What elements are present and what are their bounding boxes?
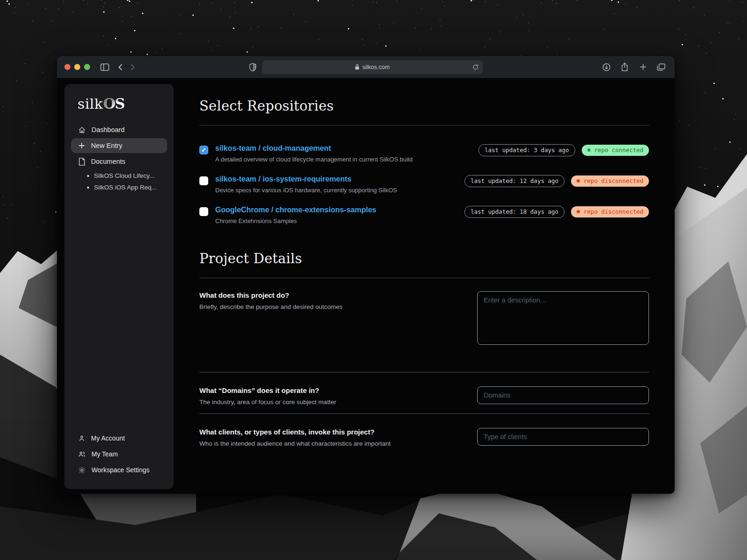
divider	[199, 125, 649, 126]
browser-toolbar: silkos.com	[57, 56, 675, 78]
question-row: What “Domains” does it operate in? The i…	[199, 372, 649, 414]
main-content: Select Repositories silkos-team / cloud-…	[199, 78, 649, 494]
traffic-lights	[64, 64, 90, 70]
sidebar-item-my-account[interactable]: My Account	[71, 431, 167, 445]
plus-icon	[78, 142, 85, 149]
logo-os-glyph: OS	[103, 95, 124, 112]
lock-icon	[355, 64, 359, 70]
sidebar-item-workspace-settings[interactable]: Workspace Settings	[71, 463, 167, 477]
question-hint: Who is the intended audience and what ch…	[199, 440, 458, 447]
person-icon	[78, 434, 85, 442]
repo-status-badge: repo disconnected	[571, 206, 649, 217]
repo-checkbox[interactable]	[199, 146, 208, 154]
repo-description: Chrome Extehnsions Samples	[215, 217, 458, 224]
privacy-shield-icon[interactable]	[249, 63, 256, 71]
forward-button[interactable]	[127, 61, 139, 73]
zoom-window-button[interactable]	[84, 64, 90, 70]
bullet-icon: •	[87, 184, 89, 191]
back-button[interactable]	[114, 61, 127, 73]
status-label: repo connected	[594, 147, 643, 154]
repo-status-badge: repo disconnected	[571, 175, 649, 187]
logo-text: silk	[78, 96, 103, 112]
question-row: What clients, or types of clients, invok…	[199, 414, 649, 466]
app-logo: silkOS	[71, 95, 167, 112]
sidebar-doc-item-cloud-lifecycle[interactable]: • SilkOS Cloud Lifecy...	[71, 170, 167, 182]
repo-row: GoogleChrome / chrome-extensions-samples…	[199, 206, 649, 224]
repo-description: Device specs for various iOS hardware, c…	[215, 187, 458, 194]
reload-icon[interactable]	[472, 64, 479, 70]
share-icon[interactable]	[619, 61, 631, 73]
sidebar-item-label: My Account	[91, 434, 125, 442]
status-label: repo disconnected	[584, 177, 643, 184]
app-page: silkOS Dashboard New Entry	[57, 78, 675, 494]
address-bar[interactable]: silkos.com	[262, 60, 483, 74]
description-textarea[interactable]	[477, 291, 649, 345]
sidebar-item-my-team[interactable]: My Team	[71, 447, 167, 461]
question-label: What does this project do?	[199, 291, 458, 299]
repos-heading: Select Repositories	[199, 98, 649, 114]
sidebar-item-label: My Team	[92, 450, 118, 458]
status-label: repo disconnected	[584, 208, 643, 215]
sidebar-doc-item-ios-app-req[interactable]: • SilkOS iOS App Req...	[71, 182, 167, 193]
repo-link[interactable]: GoogleChrome / chrome-extensions-samples	[215, 206, 376, 214]
document-icon	[78, 158, 85, 166]
clients-input[interactable]	[477, 428, 649, 446]
last-updated-badge: last updated: 3 days ago	[479, 144, 575, 156]
question-hint: The industry, area of focus or core subj…	[199, 399, 458, 406]
sidebar-item-new-entry[interactable]: New Entry	[71, 138, 167, 153]
details-heading: Project Details	[199, 251, 649, 266]
repo-description: A detailed overview of cloud lifecycle m…	[215, 156, 472, 163]
sidebar: silkOS Dashboard New Entry	[64, 84, 174, 489]
sidebar-item-label: Workspace Settings	[92, 466, 149, 474]
doc-item-label: SilkOS Cloud Lifecy...	[94, 172, 155, 179]
people-icon	[78, 450, 86, 458]
repo-row: silkos-team / ios-system-requirements De…	[199, 175, 649, 194]
sidebar-item-dashboard[interactable]: Dashboard	[71, 122, 167, 137]
question-label: What “Domains” does it operate in?	[199, 386, 458, 394]
home-icon	[78, 126, 86, 134]
sidebar-footer: My Account My Team	[71, 431, 167, 479]
last-updated-badge: last updated: 12 days ago	[465, 175, 564, 187]
status-dot-icon	[577, 179, 580, 182]
sidebar-item-documents[interactable]: Documents	[71, 154, 167, 169]
url-text: silkos.com	[362, 64, 389, 70]
repo-link[interactable]: silkos-team / ios-system-requirements	[215, 175, 352, 183]
close-window-button[interactable]	[64, 64, 70, 70]
browser-window: silkos.com	[57, 56, 675, 494]
sidebar-item-label: New Entry	[91, 142, 122, 149]
last-updated-badge: last updated: 18 days ago	[465, 206, 564, 218]
doc-item-label: SilkOS iOS App Req...	[94, 184, 156, 191]
sidebar-item-label: Dashboard	[92, 126, 125, 133]
downloads-icon[interactable]	[600, 61, 613, 73]
bullet-icon: •	[87, 172, 89, 179]
sidebar-item-label: Documents	[91, 158, 125, 165]
domains-input[interactable]	[477, 386, 649, 404]
minimize-window-button[interactable]	[74, 64, 80, 70]
sidebar-toggle-icon[interactable]	[99, 61, 111, 73]
repo-checkbox[interactable]	[199, 176, 208, 185]
question-row: What does this project do? Briefly, desc…	[199, 278, 649, 372]
status-dot-icon	[577, 210, 580, 213]
repo-row: silkos-team / cloud-management A detaile…	[199, 144, 649, 163]
new-tab-icon[interactable]	[637, 61, 649, 73]
repo-link[interactable]: silkos-team / cloud-management	[215, 144, 331, 153]
question-label: What clients, or types of clients, invok…	[199, 428, 458, 436]
gear-icon	[78, 466, 86, 474]
status-dot-icon	[587, 148, 591, 152]
tab-overview-icon[interactable]	[655, 61, 667, 73]
repo-status-badge: repo connected	[582, 145, 649, 156]
question-hint: Briefly, describe the purpose and desire…	[199, 303, 458, 310]
repo-checkbox[interactable]	[199, 207, 208, 216]
